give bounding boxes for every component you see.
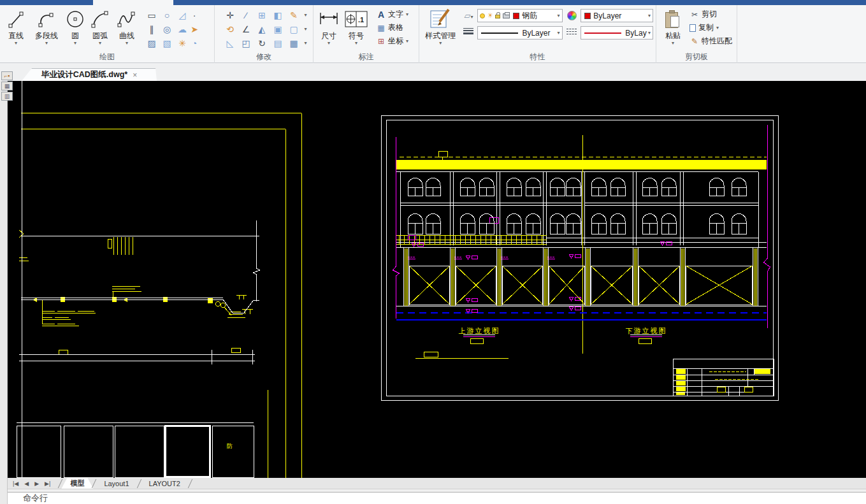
style-manager-dropdown[interactable]: ▾: [439, 40, 442, 46]
layer-thaw-icon[interactable]: ☀: [487, 11, 493, 20]
erase-icon[interactable]: ▢: [286, 22, 302, 36]
region-icon[interactable]: ▧: [159, 36, 175, 50]
arc-dropdown[interactable]: ▾: [99, 40, 101, 46]
edit-pencil-icon[interactable]: ✎: [286, 8, 302, 22]
dimension-dropdown[interactable]: ▾: [328, 40, 330, 46]
trim-icon[interactable]: ∕: [238, 8, 254, 22]
circle-tool[interactable]: 圆 ▾: [64, 7, 87, 46]
layer-lock-icon[interactable]: [495, 15, 500, 18]
lineweight-list-icon[interactable]: [463, 27, 473, 36]
ribbon-group-properties: 样式管理 ▾ ▱▾ ☀ 钢筋: [419, 5, 656, 63]
polyline-dropdown[interactable]: ▾: [45, 40, 48, 46]
break-icon[interactable]: ∠: [238, 22, 254, 36]
match-properties-icon: ✎: [689, 37, 700, 46]
point-icon[interactable]: ·: [190, 8, 199, 22]
spline-dropdown[interactable]: ▾: [126, 40, 128, 46]
spline-tool[interactable]: 曲线 ▾: [113, 7, 140, 46]
ellipse-icon[interactable]: ○: [159, 8, 175, 22]
copy-button[interactable]: 复制 ▾: [689, 21, 732, 34]
symbol-tool[interactable]: .1 符号 ▾: [342, 7, 371, 46]
drawing-area: 防: [8, 81, 866, 478]
match-properties-button[interactable]: ✎ 特性匹配: [689, 34, 732, 48]
text-tool[interactable]: A 文字 ▾: [376, 8, 408, 21]
rotate-icon[interactable]: ⟲: [222, 22, 238, 36]
linetype-list-icon[interactable]: [567, 27, 577, 36]
line-dropdown[interactable]: ▾: [15, 40, 17, 46]
linetype-combo[interactable]: ByLay ▾: [581, 26, 653, 40]
command-line[interactable]: 命令行: [8, 492, 866, 504]
prev-tab-arrow[interactable]: ◀: [24, 480, 29, 487]
move-icon[interactable]: ✛: [222, 8, 238, 22]
rectangle-icon[interactable]: ▭: [144, 8, 159, 22]
close-icon[interactable]: ×: [133, 71, 137, 80]
copy-object-icon[interactable]: ▤: [270, 36, 286, 50]
tab-model[interactable]: 模型: [61, 478, 93, 489]
modify-row2-dropdown[interactable]: ▾: [302, 22, 310, 36]
current-color-swatch: [584, 13, 591, 19]
layer-plot-icon[interactable]: [503, 13, 510, 18]
cut-button[interactable]: ✂ 剪切: [689, 8, 732, 21]
ribbon-group-annotate: 尺寸 ▾ .1 符号 ▾ A 文字 ▾: [314, 5, 419, 63]
tab-layout2[interactable]: LAYOUT2: [140, 479, 189, 488]
first-tab-arrow[interactable]: |◀: [13, 480, 18, 487]
tab-layout1[interactable]: Layout1: [95, 479, 138, 488]
modify-row3-dropdown[interactable]: ▾: [302, 36, 310, 50]
layer-on-icon[interactable]: [480, 13, 485, 18]
mirror-icon[interactable]: ◭: [254, 22, 270, 36]
color-wheel-icon[interactable]: [567, 11, 577, 20]
text-dropdown[interactable]: ▾: [406, 11, 408, 17]
arc-tool[interactable]: 圆弧 ▾: [87, 7, 113, 46]
parallel-lines-icon[interactable]: ∥: [144, 22, 159, 36]
layer-color-swatch: [513, 13, 519, 19]
coordinate-icon: ⊞: [376, 37, 386, 46]
paste-dropdown[interactable]: ▾: [672, 40, 674, 46]
pointer-icon[interactable]: ➤: [190, 22, 199, 36]
block-icon[interactable]: ✳: [175, 36, 190, 50]
array-icon[interactable]: ⊞: [254, 8, 270, 22]
layer-combo[interactable]: ☀ 钢筋 ▾: [477, 9, 562, 22]
fillet-icon[interactable]: ◺: [222, 36, 238, 50]
polyline-tool[interactable]: 多段线 ▾: [29, 7, 64, 46]
copy-dropdown[interactable]: ▾: [716, 25, 719, 31]
hatch-edit-icon[interactable]: ▦: [286, 36, 302, 50]
donut-icon[interactable]: ◎: [159, 22, 175, 36]
coordinate-tool[interactable]: ⊞ 坐标 ▾: [376, 34, 408, 48]
lineweight-combo[interactable]: ByLayer ▾: [477, 26, 562, 40]
rotate-ccw-icon[interactable]: ↻: [254, 36, 270, 50]
chamfer-icon[interactable]: ◰: [238, 36, 254, 50]
paste-button[interactable]: 粘贴 ▾: [659, 7, 687, 46]
document-tab-bar: 毕业设计CAD图纸.dwg* ×: [0, 63, 866, 81]
hatch-icon[interactable]: ▨: [144, 36, 159, 50]
dimension-tool[interactable]: 尺寸 ▾: [316, 7, 342, 46]
viewport-grid-icon[interactable]: ▦: [1, 82, 13, 90]
layer-combo-dropdown[interactable]: ▾: [558, 13, 560, 18]
polygon-icon[interactable]: ◿: [175, 8, 190, 22]
linetype-combo-dropdown[interactable]: ▾: [648, 30, 651, 36]
next-tab-arrow[interactable]: ▶: [34, 480, 39, 487]
color-combo-dropdown[interactable]: ▾: [648, 13, 651, 18]
drawing-canvas[interactable]: 防: [8, 81, 866, 478]
coordinate-dropdown[interactable]: ▾: [406, 38, 408, 44]
color-combo[interactable]: ByLayer ▾: [581, 9, 653, 22]
revision-cloud-icon[interactable]: ☁: [175, 22, 190, 36]
style-manager-button[interactable]: 样式管理 ▾: [422, 7, 459, 46]
overlap-icon[interactable]: ▣: [270, 22, 286, 36]
document-tab[interactable]: 毕业设计CAD图纸.dwg* ×: [22, 68, 157, 81]
last-tab-arrow[interactable]: ▶|: [45, 480, 50, 487]
copy-icon: [689, 24, 696, 32]
layer-states-icon[interactable]: ▱▾: [464, 11, 473, 20]
modify-row1-dropdown[interactable]: ▾: [302, 8, 310, 22]
spline-label: 曲线: [119, 31, 134, 40]
clipboard-group-label: 剪切板: [656, 52, 737, 63]
symbol-dropdown[interactable]: ▾: [355, 40, 357, 46]
stretch-icon[interactable]: ◧: [270, 8, 286, 22]
line-tool[interactable]: 直线 ▾: [3, 7, 29, 46]
circle-icon: [65, 7, 85, 31]
named-views-icon[interactable]: ⌐▪: [1, 71, 13, 80]
lineweight-combo-dropdown[interactable]: ▾: [558, 30, 560, 36]
circle-dropdown[interactable]: ▾: [74, 40, 76, 46]
wipeout-icon[interactable]: ◔: [190, 36, 199, 50]
sheet-set-icon[interactable]: ▥: [1, 92, 13, 101]
table-tool[interactable]: ▦ 表格: [376, 21, 408, 34]
lineweight-value: ByLayer: [522, 29, 550, 38]
